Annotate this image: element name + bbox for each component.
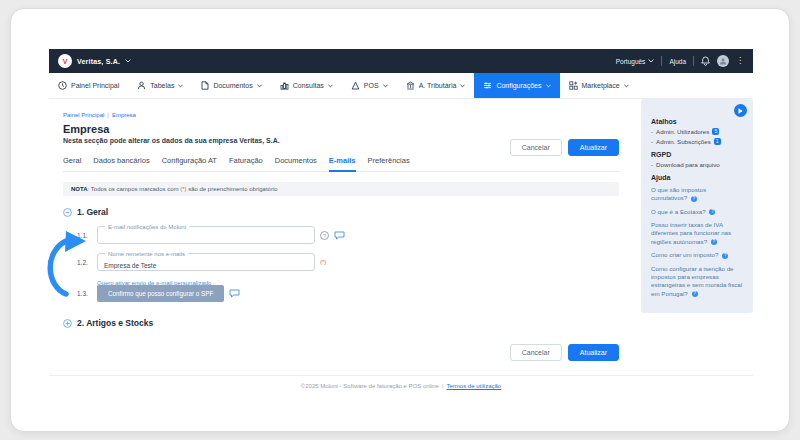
tab-configuracao-at[interactable]: Configuração AT [162,153,217,171]
sender-name-field: Nome remetente nos e-mails [97,253,315,271]
collapse-circle-minus-icon [63,208,72,217]
field-label: Nome remetente nos e-mails [105,250,188,258]
tab-dados-bancarios[interactable]: Dados bancários [93,153,149,171]
chat-bubble-icon[interactable] [229,289,240,298]
company-selector[interactable]: V Veritas, S.A. [58,54,131,68]
confirm-spf-button[interactable]: Confirmo que posso configurar o SPF [97,285,224,302]
bell-icon[interactable] [701,56,710,66]
play-tour-button[interactable] [734,104,747,117]
language-label: Português [616,58,646,65]
divider [693,56,694,66]
main-menubar: Painel Principal Tabelas Documentos Cons… [49,73,753,99]
top-navbar: V Veritas, S.A. Português Ajuda ⋮ [49,49,753,73]
expand-circle-plus-icon [63,319,72,328]
app-frame: V Veritas, S.A. Português Ajuda ⋮ [10,8,790,432]
breadcrumb: Painel Principal|Empresa [49,99,633,118]
field-row-1-1: 1.1. E-mail notificações do Moloni ? [77,226,619,244]
question-circle-icon: ? [692,291,698,297]
footer-divider: | [442,383,444,389]
breadcrumb-link-empresa[interactable]: Empresa [112,112,136,118]
page-title: Empresa [49,118,633,135]
menu-item-marketplace[interactable]: Marketplace [560,73,638,98]
chevron-down-icon [460,84,465,88]
company-logo-icon: V [58,54,72,68]
chat-bubble-icon[interactable] [334,231,345,240]
breadcrumb-link-painel[interactable]: Painel Principal [63,112,104,118]
grid-plus-icon [569,81,578,90]
help-link-ecotaxa[interactable]: O que é a Ecotaxa? ? [651,208,743,216]
tab-faturacao[interactable]: Faturação [229,153,263,171]
shortcut-label: Admin. Subscrições [656,138,711,145]
tab-documentos[interactable]: Documentos [275,153,317,171]
menu-label: A. Tributária [419,82,457,89]
user-avatar[interactable] [717,55,729,67]
menu-item-pos[interactable]: POS [342,73,397,98]
users-icon [137,81,146,90]
rgpd-download-link[interactable]: Download para arquivo [651,161,743,168]
play-icon [738,108,743,114]
clock-icon [58,81,67,90]
help-title: Ajuda [651,174,743,181]
language-selector[interactable]: Português [616,58,655,65]
shortcut-admin-utilizadores[interactable]: Admin. Utilizadores 5 [651,128,743,135]
help-link-text: Posso inserir taxas de IVA diferentes pa… [651,221,731,245]
more-menu-icon[interactable]: ⋮ [736,57,744,65]
menu-item-consultas[interactable]: Consultas [271,73,342,98]
bar-chart-icon [280,81,289,90]
tab-geral[interactable]: Geral [63,153,81,171]
section-title: 2. Artigos e Stocks [77,318,153,328]
menu-item-configuracoes[interactable]: Configurações [474,73,559,98]
chevron-down-icon [383,84,388,88]
question-circle-icon: ? [709,209,715,215]
copyright-text: ©2025 Moloni - Software de faturação e P… [301,383,439,389]
chevron-down-icon [648,59,654,63]
shortcut-label: Admin. Utilizadores [656,128,709,135]
cancel-button[interactable]: Cancelar [510,344,562,361]
chevron-down-icon [328,84,333,88]
question-circle-icon: ? [691,196,697,202]
field-number: 1.3. [77,290,92,297]
menu-item-documentos[interactable]: Documentos [192,73,270,98]
help-link[interactable]: Ajuda [669,58,686,65]
person-icon [719,57,727,65]
moloni-app: V Veritas, S.A. Português Ajuda ⋮ [49,49,753,398]
cancel-button[interactable]: Cancelar [510,139,562,156]
help-link-impostos-cumulativos[interactable]: O que são impostos cumulativos? ? [651,186,743,203]
note-text: são de preenchimento obrigatório [187,186,278,192]
help-link-isencao-impostos[interactable]: Como configurar a isenção de impostos pa… [651,265,743,298]
help-question-icon[interactable]: ? [320,231,329,240]
tab-emails[interactable]: E-mails [329,153,356,172]
menu-item-tabelas[interactable]: Tabelas [128,73,192,98]
required-marker: (*) [320,259,326,265]
update-button[interactable]: Atualizar [568,344,619,361]
field-number: 1.1. [77,232,92,239]
update-button[interactable]: Atualizar [568,139,619,156]
section-2-artigos-toggle[interactable]: 2. Artigos e Stocks [63,318,619,328]
section-title: 1. Geral [77,207,108,217]
section-1-geral-toggle[interactable]: 1. Geral [63,207,619,217]
terms-link[interactable]: Termos de utilização [447,383,502,389]
menu-label: Consultas [293,82,324,89]
footer: ©2025 Moloni - Software de faturação e P… [49,375,753,398]
breadcrumb-divider: | [107,112,109,118]
help-link-taxas-iva[interactable]: Posso inserir taxas de IVA diferentes pa… [651,221,743,246]
document-icon [201,81,209,90]
help-sidebar: Atalhos Admin. Utilizadores 5 Admin. Sub… [641,99,753,313]
shortcut-admin-subscricoes[interactable]: Admin. Subscrições 1 [651,138,743,145]
count-badge: 5 [712,128,719,135]
menu-label: Painel Principal [71,82,119,89]
required-fields-note: NOTA: Todos os campos marcados com (*) s… [63,182,619,196]
help-link-text: Como criar um imposto? [651,251,718,258]
help-label: Ajuda [669,58,686,65]
pos-triangle-icon [351,81,360,90]
content-area: Painel Principal|Empresa Empresa Nesta s… [49,99,753,375]
menu-item-a-tributaria[interactable]: A. Tributária [397,73,475,98]
menu-label: Marketplace [582,82,620,89]
notification-email-field: E-mail notificações do Moloni [97,226,315,244]
menu-item-painel-principal[interactable]: Painel Principal [49,73,128,98]
chevron-down-icon [125,59,131,63]
rgpd-title: RGPD [651,151,743,158]
tab-preferencias[interactable]: Preferências [368,153,410,171]
menu-label: Tabelas [150,82,174,89]
help-link-criar-imposto[interactable]: Como criar um imposto? ? [651,251,743,259]
